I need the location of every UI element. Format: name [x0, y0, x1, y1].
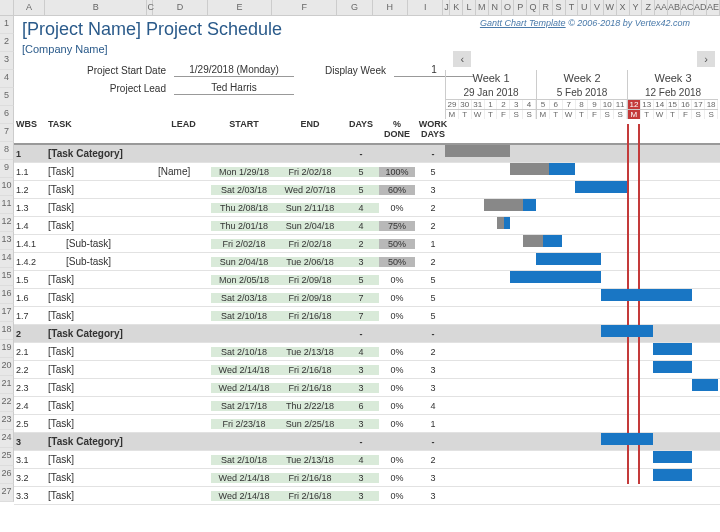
days-cell[interactable]: 3 — [343, 257, 379, 267]
prev-week-button[interactable]: ‹ — [453, 51, 471, 67]
task-cell[interactable]: [Task] — [46, 220, 156, 231]
wbs-cell[interactable]: 1.6 — [14, 293, 46, 303]
gantt-bar[interactable] — [601, 289, 692, 301]
wbs-cell[interactable]: 3 — [14, 437, 46, 447]
start-cell[interactable]: Mon 2/05/18 — [211, 275, 277, 285]
gantt-bar[interactable] — [601, 325, 653, 337]
days-cell[interactable]: 4 — [343, 347, 379, 357]
wbs-cell[interactable]: 1.1 — [14, 167, 46, 177]
task-cell[interactable]: [Task Category] — [46, 328, 156, 339]
wbs-cell[interactable]: 2.3 — [14, 383, 46, 393]
end-cell[interactable]: Fri 2/16/18 — [277, 365, 343, 375]
end-cell[interactable]: Fri 2/09/18 — [277, 275, 343, 285]
done-cell[interactable]: 0% — [379, 383, 415, 393]
gantt-bar[interactable] — [445, 145, 510, 157]
gantt-bar[interactable] — [653, 343, 692, 355]
start-cell[interactable]: Sat 2/17/18 — [211, 401, 277, 411]
start-date-value[interactable]: 1/29/2018 (Monday) — [174, 63, 294, 77]
task-cell[interactable]: [Task] — [46, 346, 156, 357]
days-cell[interactable]: - — [343, 329, 379, 339]
task-cell[interactable]: [Task] — [46, 166, 156, 177]
done-cell[interactable]: 0% — [379, 347, 415, 357]
done-cell[interactable]: 60% — [379, 185, 415, 195]
end-cell[interactable]: Sun 2/25/18 — [277, 419, 343, 429]
task-cell[interactable]: [Task] — [46, 382, 156, 393]
done-cell[interactable]: 0% — [379, 473, 415, 483]
wbs-cell[interactable]: 3.2 — [14, 473, 46, 483]
done-cell[interactable]: 50% — [379, 239, 415, 249]
days-cell[interactable]: 3 — [343, 383, 379, 393]
start-cell[interactable]: Mon 1/29/18 — [211, 167, 277, 177]
lead-cell[interactable]: [Name] — [156, 166, 211, 177]
task-row[interactable]: 3.3 [Task] Wed 2/14/18 Fri 2/16/18 3 0% … — [14, 487, 720, 505]
done-cell[interactable]: 50% — [379, 257, 415, 267]
done-cell[interactable]: 0% — [379, 311, 415, 321]
wbs-cell[interactable]: 3.3 — [14, 491, 46, 501]
start-cell[interactable]: Fri 2/02/18 — [211, 239, 277, 249]
gantt-bar[interactable] — [601, 433, 653, 445]
wbs-cell[interactable]: 1.2 — [14, 185, 46, 195]
gantt-bar[interactable] — [575, 181, 627, 193]
start-cell[interactable]: Sat 2/10/18 — [211, 455, 277, 465]
task-cell[interactable]: [Task Category] — [46, 436, 156, 447]
work-cell[interactable]: 3 — [415, 491, 451, 501]
end-cell[interactable]: Tue 2/13/18 — [277, 347, 343, 357]
task-cell[interactable]: [Task] — [46, 364, 156, 375]
wbs-cell[interactable]: 2.5 — [14, 419, 46, 429]
task-cell[interactable]: [Sub-task] — [46, 238, 156, 249]
gantt-bar[interactable] — [536, 253, 601, 265]
end-cell[interactable]: Sun 2/04/18 — [277, 221, 343, 231]
start-cell[interactable]: Wed 2/14/18 — [211, 491, 277, 501]
days-cell[interactable]: 4 — [343, 203, 379, 213]
project-lead-value[interactable]: Ted Harris — [174, 81, 294, 95]
done-cell[interactable]: 100% — [379, 167, 415, 177]
end-cell[interactable]: Thu 2/22/18 — [277, 401, 343, 411]
done-cell[interactable]: 0% — [379, 293, 415, 303]
start-cell[interactable]: Fri 2/23/18 — [211, 419, 277, 429]
next-week-button[interactable]: › — [697, 51, 715, 67]
end-cell[interactable]: Fri 2/09/18 — [277, 293, 343, 303]
done-cell[interactable]: 0% — [379, 419, 415, 429]
wbs-cell[interactable]: 1.3 — [14, 203, 46, 213]
template-link[interactable]: Gantt Chart Template — [480, 18, 566, 28]
wbs-cell[interactable]: 2.1 — [14, 347, 46, 357]
task-cell[interactable]: [Task] — [46, 202, 156, 213]
done-cell[interactable]: 75% — [379, 221, 415, 231]
wbs-cell[interactable]: 2 — [14, 329, 46, 339]
wbs-cell[interactable]: 1.7 — [14, 311, 46, 321]
wbs-cell[interactable]: 1.4.2 — [14, 257, 46, 267]
days-cell[interactable]: 7 — [343, 311, 379, 321]
end-cell[interactable]: Fri 2/16/18 — [277, 383, 343, 393]
end-cell[interactable]: Sun 2/11/18 — [277, 203, 343, 213]
wbs-cell[interactable]: 3.1 — [14, 455, 46, 465]
gantt-bar[interactable] — [653, 361, 692, 373]
days-cell[interactable]: 7 — [343, 293, 379, 303]
task-cell[interactable]: [Task] — [46, 418, 156, 429]
task-cell[interactable]: [Task Category] — [46, 148, 156, 159]
task-cell[interactable]: [Task] — [46, 274, 156, 285]
wbs-cell[interactable]: 2.4 — [14, 401, 46, 411]
days-cell[interactable]: 3 — [343, 491, 379, 501]
task-cell[interactable]: [Task] — [46, 400, 156, 411]
gantt-bar[interactable] — [653, 469, 692, 481]
days-cell[interactable]: 5 — [343, 167, 379, 177]
end-cell[interactable]: Wed 2/07/18 — [277, 185, 343, 195]
wbs-cell[interactable]: 1.4.1 — [14, 239, 46, 249]
end-cell[interactable]: Fri 2/02/18 — [277, 167, 343, 177]
start-cell[interactable]: Wed 2/14/18 — [211, 473, 277, 483]
wbs-cell[interactable]: 1 — [14, 149, 46, 159]
done-cell[interactable]: 0% — [379, 365, 415, 375]
end-cell[interactable]: Fri 2/16/18 — [277, 491, 343, 501]
days-cell[interactable]: 3 — [343, 419, 379, 429]
end-cell[interactable]: Fri 2/02/18 — [277, 239, 343, 249]
start-cell[interactable]: Sun 2/04/18 — [211, 257, 277, 267]
wbs-cell[interactable]: 1.4 — [14, 221, 46, 231]
days-cell[interactable]: - — [343, 149, 379, 159]
start-cell[interactable]: Wed 2/14/18 — [211, 383, 277, 393]
end-cell[interactable]: Tue 2/13/18 — [277, 455, 343, 465]
days-cell[interactable]: 5 — [343, 185, 379, 195]
task-cell[interactable]: [Task] — [46, 472, 156, 483]
start-cell[interactable]: Wed 2/14/18 — [211, 365, 277, 375]
start-cell[interactable]: Thu 2/01/18 — [211, 221, 277, 231]
start-cell[interactable]: Sat 2/10/18 — [211, 311, 277, 321]
